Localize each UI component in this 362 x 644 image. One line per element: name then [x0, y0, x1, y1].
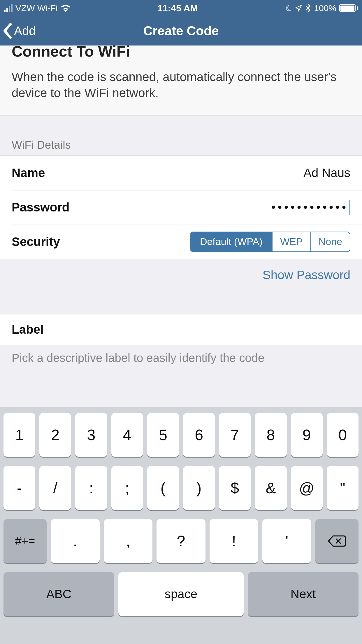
keyboard: 1 2 3 4 5 6 7 8 9 0 - / : ; ( ) $ & @ " … [0, 407, 362, 644]
intro-subtitle: When the code is scanned, automatically … [12, 69, 350, 101]
key-0[interactable]: 0 [327, 413, 359, 457]
key-abc[interactable]: ABC [3, 572, 114, 616]
label-description: Pick a descriptive label to easily ident… [0, 345, 362, 365]
keyboard-row-bottom: ABC space Next [3, 572, 359, 616]
key-9[interactable]: 9 [291, 413, 323, 457]
location-icon [295, 4, 302, 12]
show-password-button[interactable]: Show Password [0, 259, 362, 282]
security-option-wep[interactable]: WEP [272, 232, 310, 251]
key-colon[interactable]: : [75, 466, 107, 510]
cellular-signal-icon [4, 4, 13, 12]
key-2[interactable]: 2 [39, 413, 71, 457]
wifi-details-header: WiFi Details [0, 116, 362, 155]
key-amp[interactable]: & [255, 466, 287, 510]
chevron-left-icon [2, 23, 13, 39]
key-rparen[interactable]: ) [183, 466, 215, 510]
wifi-security-label: Security [12, 235, 60, 249]
keyboard-row-2: - / : ; ( ) $ & @ " [3, 466, 359, 510]
text-cursor [349, 200, 350, 215]
key-comma[interactable]: , [104, 519, 153, 563]
content-scroll[interactable]: Connect To WiFi When the code is scanned… [0, 46, 362, 407]
key-6[interactable]: 6 [183, 413, 215, 457]
key-period[interactable]: . [51, 519, 100, 563]
status-left: VZW Wi-Fi [4, 3, 71, 13]
carrier-label: VZW Wi-Fi [15, 3, 58, 13]
security-option-default[interactable]: Default (WPA) [190, 232, 272, 251]
status-right: 100% [285, 3, 358, 13]
key-more-symbols[interactable]: #+= [3, 519, 47, 563]
wifi-password-row[interactable]: Password •••••••••••• [0, 190, 362, 225]
key-4[interactable]: 4 [111, 413, 143, 457]
moon-icon [285, 5, 292, 12]
key-slash[interactable]: / [39, 466, 71, 510]
security-option-none[interactable]: None [310, 232, 350, 251]
wifi-password-label: Password [12, 200, 69, 214]
key-5[interactable]: 5 [147, 413, 179, 457]
wifi-password-field[interactable]: •••••••••••• [271, 200, 350, 215]
key-at[interactable]: @ [291, 466, 323, 510]
key-backspace[interactable] [315, 519, 359, 563]
security-segmented-control[interactable]: Default (WPA) WEP None [190, 232, 350, 252]
wifi-details-list: Name Ad Naus Password •••••••••••• Secur… [0, 155, 362, 259]
wifi-security-row: Security Default (WPA) WEP None [0, 225, 362, 259]
key-8[interactable]: 8 [255, 413, 287, 457]
keyboard-row-1: 1 2 3 4 5 6 7 8 9 0 [3, 413, 359, 457]
nav-bar: Add Create Code [0, 16, 362, 46]
intro-block: Connect To WiFi When the code is scanned… [0, 46, 362, 116]
battery-percent: 100% [314, 3, 336, 13]
label-row[interactable]: Label [0, 314, 362, 345]
key-dash[interactable]: - [3, 466, 35, 510]
key-exclaim[interactable]: ! [210, 519, 259, 563]
key-semicolon[interactable]: ; [111, 466, 143, 510]
key-3[interactable]: 3 [75, 413, 107, 457]
status-bar: VZW Wi-Fi 11:45 AM 100% [0, 0, 362, 16]
key-apostrophe[interactable]: ' [262, 519, 311, 563]
keyboard-row-3: #+= . , ? ! ' [3, 519, 359, 563]
password-mask: •••••••••••• [271, 201, 348, 214]
key-1[interactable]: 1 [3, 413, 35, 457]
backspace-icon [328, 535, 346, 547]
status-time: 11:45 AM [157, 3, 198, 14]
back-label: Add [14, 24, 36, 38]
key-lparen[interactable]: ( [147, 466, 179, 510]
wifi-icon [61, 4, 71, 12]
label-title: Label [12, 323, 350, 337]
key-next[interactable]: Next [248, 572, 359, 616]
battery-icon [339, 4, 358, 12]
key-dollar[interactable]: $ [219, 466, 251, 510]
back-button[interactable]: Add [0, 23, 36, 39]
intro-title: Connect To WiFi [12, 46, 350, 59]
wifi-name-row[interactable]: Name Ad Naus [0, 156, 362, 190]
bluetooth-icon [305, 4, 311, 13]
key-7[interactable]: 7 [219, 413, 251, 457]
wifi-name-label: Name [12, 166, 45, 180]
wifi-name-value: Ad Naus [303, 166, 350, 180]
key-quote[interactable]: " [327, 466, 359, 510]
key-space[interactable]: space [118, 572, 244, 616]
key-question[interactable]: ? [157, 519, 205, 563]
nav-title: Create Code [0, 24, 362, 38]
